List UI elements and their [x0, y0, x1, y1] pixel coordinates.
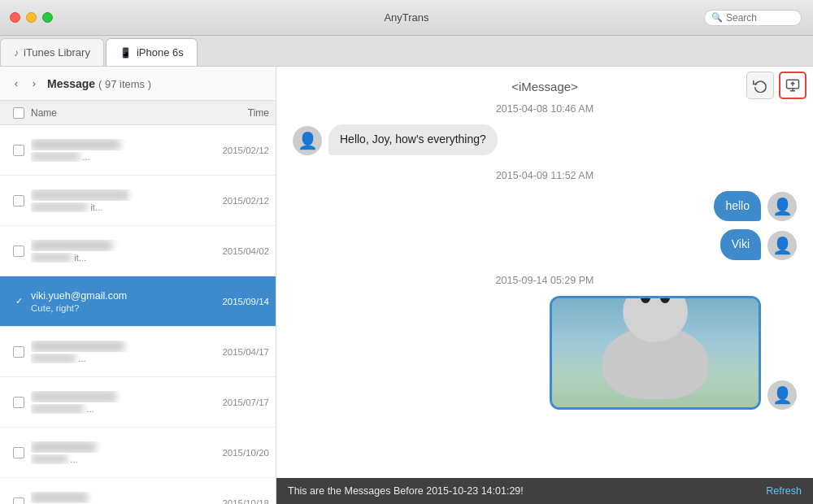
- search-input[interactable]: [726, 12, 791, 24]
- item-content: ...: [31, 341, 195, 363]
- item-name: [31, 391, 195, 402]
- export-button[interactable]: [779, 72, 806, 99]
- item-sub: ...: [31, 454, 195, 464]
- time-column-header: Time: [196, 107, 269, 119]
- search-bar[interactable]: 🔍: [704, 10, 802, 26]
- chat-date: 2015-09-14 05:29 PM: [293, 275, 797, 286]
- main-content: ‹ › Message ( 97 items ) Name Time: [0, 67, 813, 504]
- item-checkbox[interactable]: [13, 447, 24, 458]
- tab-iphone[interactable]: 📱 iPhone 6s: [106, 38, 198, 66]
- list-item[interactable]: ... 2015/04/17: [0, 327, 276, 377]
- item-sub: ...: [31, 354, 195, 363]
- seal-image: [552, 298, 759, 407]
- bubble-row-image: 👤: [293, 296, 797, 410]
- list-item[interactable]: ... 2015/10/18: [0, 478, 276, 504]
- item-checkbox[interactable]: ✓: [13, 296, 24, 307]
- list-item[interactable]: ... 2015/02/12: [0, 125, 276, 176]
- nav-forward-button[interactable]: ›: [26, 76, 42, 92]
- item-sub: Cute, right?: [31, 303, 195, 313]
- list-item-selected[interactable]: ✓ viki.yueh@gmail.com Cute, right? 2015/…: [0, 276, 276, 327]
- item-checkbox-col: [7, 497, 31, 505]
- item-content: it...: [31, 189, 195, 212]
- item-time: 2015/04/02: [200, 246, 269, 256]
- chat-area: <iMessage> 2015-04-08 10:46 AM 👤 Hello, …: [276, 67, 813, 478]
- item-content: viki.yueh@gmail.com Cute, right?: [31, 290, 195, 313]
- item-time: 2015/02/12: [200, 196, 269, 206]
- header-check-col: [7, 107, 31, 119]
- bubble-row-outgoing: Viki 👤: [293, 229, 797, 260]
- image-bubble: [550, 296, 761, 410]
- action-buttons: [740, 67, 813, 104]
- item-name: [31, 341, 195, 352]
- item-checkbox[interactable]: [13, 397, 24, 408]
- nav-back-button[interactable]: ‹: [8, 76, 24, 92]
- message-bubble: Hello, Joy, how's everything?: [328, 124, 498, 155]
- item-content: it...: [31, 240, 195, 263]
- list-header: Name Time: [0, 101, 276, 125]
- item-checkbox-col: [7, 397, 31, 408]
- bottom-status-text: This are the Messages Before 2015-10-23 …: [288, 485, 524, 497]
- item-sub: it...: [31, 202, 195, 212]
- item-checkbox-col: [7, 346, 31, 358]
- tab-itunes-label: iTunes Library: [24, 46, 90, 59]
- phone-icon: 📱: [120, 47, 132, 59]
- item-content: ...: [31, 492, 195, 505]
- item-checkbox-col: [7, 195, 31, 206]
- message-bubble: Viki: [720, 229, 761, 260]
- item-name: [31, 189, 195, 201]
- right-panel: <iMessage> 2015-04-08 10:46 AM 👤 Hello, …: [276, 67, 813, 504]
- search-icon: 🔍: [711, 12, 723, 23]
- item-checkbox-col: ✓: [7, 296, 31, 307]
- maximize-button[interactable]: [42, 12, 53, 23]
- item-name: [31, 240, 195, 251]
- tab-itunes[interactable]: ♪ iTunes Library: [0, 38, 104, 66]
- chat-date: 2015-04-08 10:46 AM: [293, 103, 797, 115]
- item-sub: ...: [31, 404, 195, 414]
- nav-arrows: ‹ ›: [8, 76, 42, 92]
- item-time: 2015/09/14: [200, 297, 269, 306]
- item-name: [31, 492, 195, 503]
- item-checkbox[interactable]: [13, 497, 24, 505]
- close-button[interactable]: [10, 12, 20, 23]
- refresh-button[interactable]: Refresh: [766, 485, 802, 497]
- item-name: [31, 139, 195, 150]
- message-header: ‹ › Message ( 97 items ): [0, 67, 276, 101]
- item-checkbox-col: [7, 447, 31, 458]
- item-time: 2015/02/12: [200, 146, 269, 155]
- message-list[interactable]: ... 2015/02/12: [0, 125, 276, 504]
- avatar: 👤: [767, 192, 797, 221]
- select-all-checkbox[interactable]: [13, 107, 24, 119]
- item-checkbox[interactable]: [13, 145, 24, 156]
- name-column-header: Name: [31, 107, 196, 119]
- avatar: 👤: [293, 126, 322, 155]
- list-item[interactable]: it... 2015/02/12: [0, 176, 276, 226]
- list-item[interactable]: it... 2015/04/02: [0, 226, 276, 276]
- list-item[interactable]: ... 2015/10/20: [0, 428, 276, 478]
- item-name: [31, 441, 195, 453]
- item-checkbox-col: [7, 245, 31, 257]
- item-content: ...: [31, 139, 195, 162]
- item-checkbox[interactable]: [13, 346, 24, 358]
- minimize-button[interactable]: [26, 12, 37, 23]
- section-title: Message ( 97 items ): [47, 77, 267, 90]
- bottom-bar: This are the Messages Before 2015-10-23 …: [276, 478, 813, 504]
- list-item[interactable]: ... 2015/07/17: [0, 377, 276, 428]
- bubble-row-outgoing: hello 👤: [293, 191, 797, 222]
- avatar: 👤: [767, 231, 797, 260]
- message-bubble: hello: [714, 191, 761, 222]
- window-controls: [10, 12, 53, 23]
- item-checkbox[interactable]: [13, 195, 24, 206]
- avatar: 👤: [767, 380, 797, 410]
- item-checkbox-col: [7, 145, 31, 156]
- item-name: viki.yueh@gmail.com: [31, 290, 195, 302]
- contact-label: <iMessage>: [293, 80, 797, 93]
- item-time: 2015/07/17: [200, 398, 269, 407]
- chat-date: 2015-04-09 11:52 AM: [293, 170, 797, 181]
- item-sub: ...: [31, 152, 195, 162]
- item-content: ...: [31, 391, 195, 414]
- sync-button[interactable]: [746, 72, 774, 99]
- item-checkbox[interactable]: [13, 245, 24, 257]
- item-time: 2015/10/18: [200, 498, 269, 505]
- app-title: AnyTrans: [384, 11, 428, 24]
- item-time: 2015/04/17: [200, 347, 269, 357]
